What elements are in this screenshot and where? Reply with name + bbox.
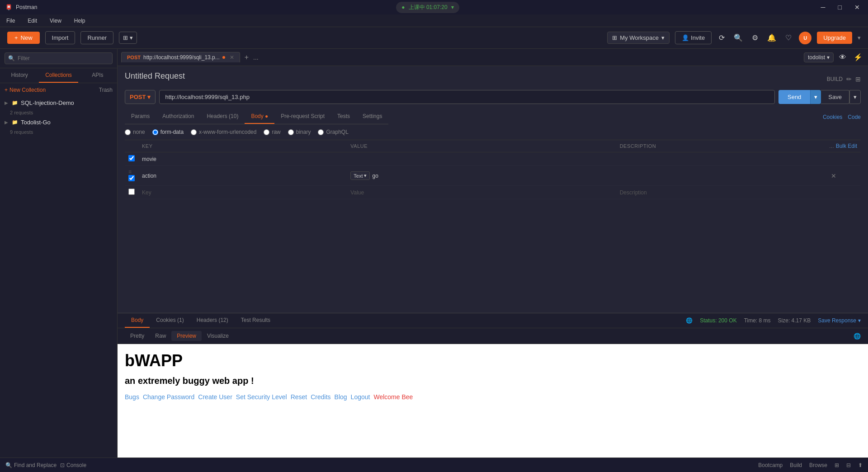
browse-button[interactable]: Browse (809, 462, 827, 468)
option-binary[interactable]: binary (288, 129, 311, 135)
menu-view[interactable]: View (47, 17, 64, 25)
row0-key-input[interactable] (142, 156, 343, 162)
new-row-value-input[interactable] (350, 189, 612, 196)
pretty-tab-raw[interactable]: Raw (150, 331, 171, 341)
new-row-checkbox[interactable] (128, 189, 135, 195)
link-credits[interactable]: Credits (311, 393, 330, 401)
preview-button[interactable]: ⊞ (855, 76, 861, 83)
upgrade-button[interactable]: Upgrade (817, 32, 852, 44)
find-replace-button[interactable]: 🔍 Find and Replace (5, 462, 57, 468)
search-global-button[interactable]: 🔍 (732, 32, 745, 44)
menu-edit[interactable]: Edit (25, 17, 40, 25)
link-bugs[interactable]: Bugs (125, 393, 139, 401)
row0-value-input[interactable] (350, 156, 612, 162)
method-selector[interactable]: POST ▾ (125, 90, 156, 104)
option-graphql[interactable]: GraphQL (318, 129, 348, 135)
new-row-desc-input[interactable] (620, 189, 821, 196)
menu-file[interactable]: File (4, 17, 18, 25)
import-button[interactable]: Import (45, 31, 75, 44)
link-blog[interactable]: Blog (335, 393, 347, 401)
nav-body[interactable]: Body ● (245, 109, 274, 124)
sidebar-search-input[interactable] (5, 52, 113, 64)
url-input[interactable] (159, 90, 775, 104)
pretty-tab-preview[interactable]: Preview (171, 331, 202, 341)
edit-button[interactable]: ✏ (846, 76, 852, 83)
table-more-dots[interactable]: ... (829, 143, 834, 149)
minimize-button[interactable]: ─ (818, 3, 828, 12)
row1-checkbox[interactable] (128, 175, 135, 181)
runner-button[interactable]: Runner (80, 31, 113, 44)
nav-pre-request[interactable]: Pre-request Script (274, 109, 331, 124)
new-row-key-input[interactable] (142, 189, 343, 196)
user-avatar[interactable]: U (799, 32, 811, 44)
link-set-security[interactable]: Set Security Level (236, 393, 287, 401)
option-urlencoded[interactable]: x-www-form-urlencoded (191, 129, 256, 135)
nav-settings[interactable]: Settings (356, 109, 388, 124)
new-tab-button[interactable]: ⊞ ▾ (119, 32, 137, 44)
upgrade-chevron[interactable]: ▾ (858, 34, 861, 41)
req-tab-close[interactable]: ✕ (230, 54, 234, 61)
pretty-tab-pretty[interactable]: Pretty (125, 331, 150, 341)
radio-none[interactable] (125, 129, 131, 135)
option-form-data[interactable]: form-data (152, 129, 184, 135)
new-button[interactable]: + New (7, 32, 40, 44)
resp-tab-cookies[interactable]: Cookies (1) (150, 313, 190, 328)
link-change-password[interactable]: Change Password (143, 393, 194, 401)
settings-button[interactable]: ⚙ (750, 32, 760, 44)
row0-desc-input[interactable] (620, 156, 821, 162)
send-button[interactable]: Send (778, 90, 810, 104)
tab-collections[interactable]: Collections (39, 68, 78, 83)
send-dropdown-button[interactable]: ▾ (810, 90, 821, 104)
radio-raw[interactable] (264, 129, 269, 135)
nav-headers[interactable]: Headers (10) (200, 109, 245, 124)
bootcamp-button[interactable]: Bootcamp (758, 462, 783, 468)
maximize-button[interactable]: □ (835, 3, 844, 12)
resp-tab-body[interactable]: Body (125, 313, 150, 328)
delete-row1-button[interactable]: ✕ (828, 171, 839, 180)
favorites-button[interactable]: ♡ (783, 32, 793, 44)
add-tab-button[interactable]: + (242, 52, 251, 62)
console-button[interactable]: ⊡ Console (60, 462, 86, 468)
row0-checkbox[interactable] (128, 155, 135, 161)
link-reset[interactable]: Reset (291, 393, 307, 401)
build-bottom-button[interactable]: Build (790, 462, 802, 468)
pretty-tab-visualize[interactable]: Visualize (202, 331, 234, 341)
resp-tab-test-results[interactable]: Test Results (235, 313, 277, 328)
radio-binary[interactable] (288, 129, 294, 135)
close-button[interactable]: ✕ (852, 3, 863, 12)
notifications-button[interactable]: 🔔 (765, 32, 778, 44)
text-type-dropdown[interactable]: Text ▾ (350, 171, 369, 180)
save-button[interactable]: Save (821, 90, 849, 104)
tab-history[interactable]: History (0, 68, 39, 83)
nav-tests[interactable]: Tests (331, 109, 356, 124)
collection-item-todo[interactable]: ▶ 📁 Todolist-Go (0, 116, 117, 128)
layout-button-2[interactable]: ⊟ (846, 462, 851, 468)
layout-button-1[interactable]: ⊞ (835, 462, 839, 468)
row1-key-input[interactable] (142, 173, 343, 179)
env-filter-button[interactable]: ⚡ (852, 51, 864, 63)
invite-button[interactable]: 👤 Invite (675, 31, 712, 44)
code-link[interactable]: Code (848, 114, 861, 120)
tab-apis[interactable]: APIs (78, 68, 117, 83)
environment-selector[interactable]: todolist ▾ (804, 52, 834, 62)
request-tab-0[interactable]: POST http://localhost:9999/sqli_13.p... … (121, 52, 240, 62)
link-create-user[interactable]: Create User (198, 393, 232, 401)
row1-drag-handle[interactable]: ≡ (128, 169, 132, 175)
radio-urlencoded[interactable] (191, 129, 197, 135)
radio-form-data[interactable] (152, 129, 158, 135)
save-dropdown-button[interactable]: ▾ (849, 90, 861, 104)
layout-button-3[interactable]: ⬆ (858, 462, 863, 468)
nav-params[interactable]: Params (125, 109, 156, 124)
resp-tab-headers[interactable]: Headers (12) (190, 313, 235, 328)
sync-button[interactable]: ⟳ (717, 32, 726, 44)
option-none[interactable]: none (125, 129, 145, 135)
link-logout[interactable]: Logout (351, 393, 370, 401)
menu-help[interactable]: Help (71, 17, 88, 25)
bulk-edit-button[interactable]: Bulk Edit (836, 143, 857, 149)
option-raw[interactable]: raw (264, 129, 280, 135)
trash-button[interactable]: Trash (99, 87, 113, 93)
save-response-button[interactable]: Save Response ▾ (818, 317, 861, 324)
new-collection-button[interactable]: + New Collection (5, 87, 46, 93)
row1-value-input[interactable] (373, 173, 613, 179)
collection-item-sql[interactable]: ▶ 📁 SQL-Injection-Demo (0, 97, 117, 109)
